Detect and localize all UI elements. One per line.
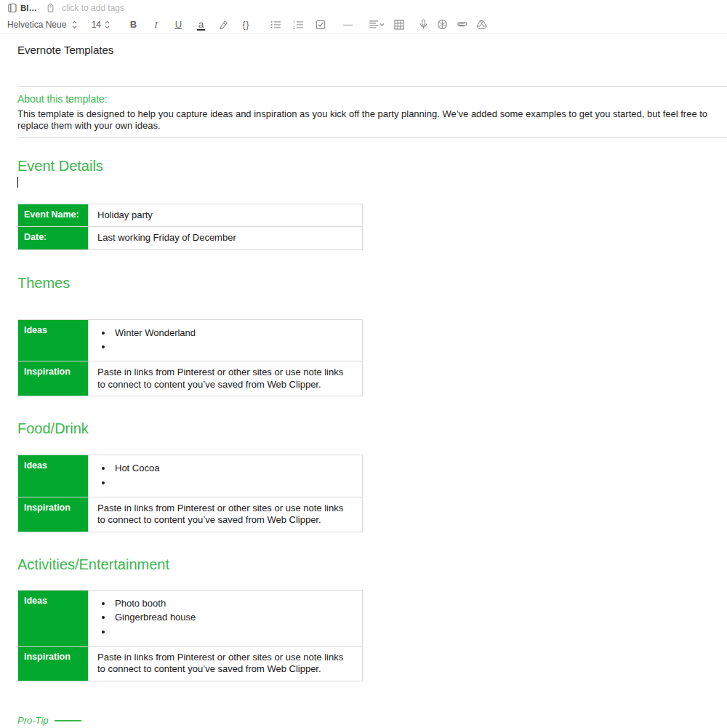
inspiration-value-cell[interactable]: Paste in links from Pinterest or other s… — [89, 646, 363, 681]
protip-label[interactable]: Pro-Tip — [17, 715, 49, 726]
protip-heading: Pro-Tip — [17, 715, 727, 726]
text-color-label: a — [198, 19, 204, 30]
numbered-list-icon[interactable]: 12 — [293, 20, 304, 29]
notebook-name[interactable]: Bl… — [20, 4, 37, 12]
svg-text:1: 1 — [293, 20, 295, 24]
table-row: Ideas Photo booth Gingerbread house — [18, 590, 363, 646]
stepper-icon[interactable] — [104, 20, 111, 30]
add-tags-field[interactable]: click to add tags — [62, 3, 124, 13]
table-row: Inspiration Paste in links from Pinteres… — [18, 646, 363, 681]
ideas-value-cell[interactable]: Hot Cocoa — [89, 455, 363, 497]
list-item[interactable]: Gingerbread house — [113, 612, 353, 624]
table-row: Inspiration Paste in links from Pinteres… — [18, 361, 363, 396]
underline-button[interactable]: U — [173, 19, 184, 30]
notebook-icon — [7, 3, 17, 13]
protip-rule — [55, 720, 81, 721]
table-row: Ideas Hot Cocoa — [18, 455, 363, 497]
bullet-list-icon[interactable] — [270, 20, 281, 29]
ideas-list: Winter Wonderland — [97, 327, 353, 353]
inspiration-label-cell[interactable]: Inspiration — [18, 646, 89, 681]
table-row: Date: Last working Friday of December — [18, 227, 363, 250]
activities-table: Ideas Photo booth Gingerbread house Insp… — [17, 590, 363, 681]
divider — [17, 86, 727, 87]
table-row: Ideas Winter Wonderland — [18, 319, 363, 361]
text-color-button[interactable]: a — [196, 19, 206, 30]
note-title[interactable]: Evernote Templates — [17, 44, 727, 56]
list-item[interactable] — [113, 477, 353, 489]
about-template-heading[interactable]: About this template: — [17, 93, 727, 105]
paperclip-icon[interactable] — [457, 19, 467, 30]
google-drive-icon[interactable] — [476, 20, 487, 30]
list-item[interactable]: Photo booth — [113, 598, 353, 610]
notebook-selector[interactable]: Bl… — [7, 3, 37, 13]
font-size-value: 14 — [88, 20, 101, 30]
ideas-label-cell[interactable]: Ideas — [18, 590, 89, 646]
inspiration-value-cell[interactable]: Paste in links from Pinterest or other s… — [89, 361, 363, 396]
ideas-value-cell[interactable]: Winter Wonderland — [89, 319, 363, 361]
inspiration-label-cell[interactable]: Inspiration — [18, 497, 89, 532]
inspiration-label-cell[interactable]: Inspiration — [18, 361, 89, 396]
list-item[interactable]: Winter Wonderland — [113, 327, 353, 340]
section-heading-event-details[interactable]: Event Details — [17, 158, 727, 175]
highlighter-icon[interactable] — [218, 20, 229, 30]
table-row: Event Name: Holiday party — [18, 204, 363, 227]
bold-button[interactable]: B — [128, 19, 139, 30]
inspiration-value-cell[interactable]: Paste in links from Pinterest or other s… — [89, 497, 363, 532]
list-item[interactable] — [113, 626, 353, 639]
table-row: Inspiration Paste in links from Pinteres… — [18, 497, 363, 532]
font-family-select[interactable]: Helvetica Neue — [7, 20, 78, 30]
svg-text:2: 2 — [293, 25, 295, 29]
text-color-swatch — [197, 29, 205, 31]
section-heading-activities[interactable]: Activities/Entertainment — [17, 556, 727, 573]
ideas-value-cell[interactable]: Photo booth Gingerbread house — [89, 590, 363, 646]
date-label-cell[interactable]: Date: — [18, 227, 89, 250]
horizontal-rule-button[interactable]: — — [343, 19, 353, 30]
note-meta-bar: Bl… click to add tags — [0, 0, 727, 15]
camera-shutter-icon[interactable] — [437, 19, 448, 30]
insert-table-icon[interactable] — [394, 20, 404, 30]
ideas-list: Photo booth Gingerbread house — [97, 598, 353, 639]
event-name-value-cell[interactable]: Holiday party — [89, 204, 363, 227]
italic-button[interactable]: I — [150, 19, 161, 31]
formatting-toolbar: Helvetica Neue 14 B I U a {} 12 — — [0, 15, 727, 34]
microphone-icon[interactable] — [419, 19, 428, 30]
about-template-text[interactable]: This template is designed to help you ca… — [17, 108, 727, 132]
section-heading-themes[interactable]: Themes — [17, 275, 727, 292]
event-details-table: Event Name: Holiday party Date: Last wor… — [17, 204, 363, 250]
code-block-button[interactable]: {} — [241, 20, 252, 30]
ideas-list: Hot Cocoa — [97, 463, 353, 489]
font-family-value: Helvetica Neue — [7, 20, 68, 30]
list-item[interactable] — [113, 341, 353, 353]
ideas-label-cell[interactable]: Ideas — [18, 455, 89, 497]
list-item[interactable]: Hot Cocoa — [113, 463, 353, 475]
stepper-icon[interactable] — [71, 20, 78, 30]
event-name-label-cell[interactable]: Event Name: — [18, 204, 89, 227]
ideas-label-cell[interactable]: Ideas — [18, 319, 89, 361]
checkbox-icon[interactable] — [316, 20, 326, 30]
divider — [17, 137, 727, 138]
note-editor: Evernote Templates About this template: … — [0, 44, 727, 728]
date-value-cell[interactable]: Last working Friday of December — [89, 227, 363, 250]
text-cursor — [17, 177, 18, 188]
tag-icon[interactable] — [46, 3, 55, 13]
food-drink-table: Ideas Hot Cocoa Inspiration Paste in lin… — [17, 455, 363, 532]
font-size-select[interactable]: 14 — [78, 20, 111, 30]
themes-table: Ideas Winter Wonderland Inspiration Past… — [17, 319, 363, 397]
section-heading-food-drink[interactable]: Food/Drink — [17, 420, 727, 437]
align-left-icon[interactable] — [369, 20, 385, 29]
